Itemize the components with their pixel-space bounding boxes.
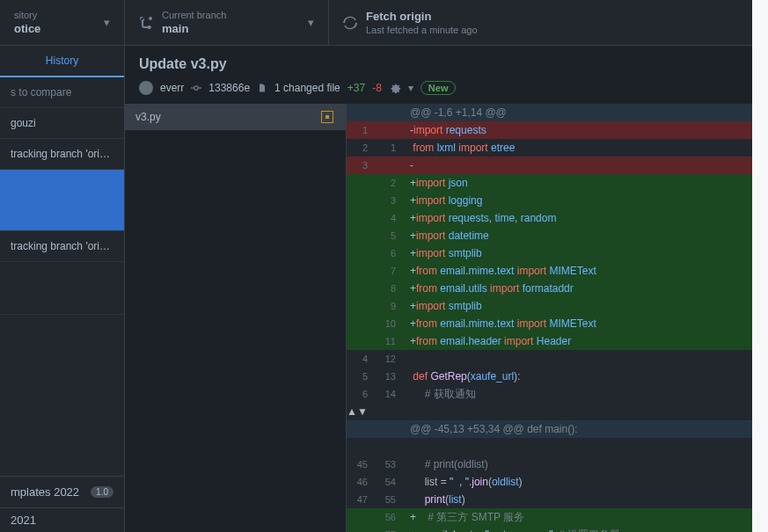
changed-files: 1 changed file [274, 82, 340, 94]
file-item[interactable]: v3.py [125, 104, 346, 130]
topbar: sitory otice ▾ Current branch main ▾ Fet… [0, 0, 768, 46]
branch-icon [139, 16, 153, 30]
new-badge[interactable]: New [421, 81, 457, 95]
diff-line: 4654 list = " , ".join(oldlist) [347, 473, 768, 491]
chevron-down-icon[interactable]: ▾ [408, 82, 413, 94]
templates-label: mplates [11, 485, 51, 499]
commit-item[interactable]: gouzi [0, 108, 124, 139]
diff-line: 6+import smtplib [347, 244, 768, 262]
svg-point-0 [194, 86, 199, 91]
chevron-down-icon: ▾ [86, 16, 110, 29]
diff-line: 9+import smtplib [347, 297, 768, 315]
branch-value: main [162, 22, 226, 35]
window-edge [752, 0, 768, 532]
fetch-label: Fetch origin [366, 10, 478, 23]
repo-selector[interactable]: sitory otice ▾ [0, 0, 125, 45]
sha: 133866e [208, 82, 250, 94]
compare-selector[interactable]: s to compare [0, 77, 124, 108]
templates-item[interactable]: mplates 2022 1.0 [0, 476, 124, 507]
year-item[interactable]: 2021 [0, 507, 124, 532]
commit-item[interactable]: tracking branch 'ori… [0, 139, 124, 170]
diff-line: 3- [347, 157, 768, 174]
diff-line: @@ -45,13 +53,34 @@ def main(): [347, 420, 768, 438]
diff-line: 3+import logging [347, 192, 768, 209]
diff-line: 10+from email.mime.text import MIMEText [347, 315, 768, 332]
file-list: v3.py [125, 104, 347, 532]
diff-line: 4+import requests, time, random [347, 209, 768, 227]
diff-line: 5+import datetime [347, 227, 768, 244]
commit-item-selected[interactable] [0, 170, 124, 231]
repo-value: otice [14, 22, 40, 35]
templates-year: 2022 [54, 485, 79, 499]
diff-line: 513 def GetRep(xaufe_url): [347, 368, 768, 385]
deletions: -8 [372, 82, 382, 94]
diff-line: @@ -1,6 +1,14 @@ [347, 104, 768, 121]
tab-history[interactable]: History [0, 46, 124, 77]
diff-line: 2+import json [347, 174, 768, 192]
version-badge: 1.0 [91, 486, 113, 498]
additions: +37 [347, 82, 365, 94]
file-name: v3.py [135, 111, 161, 123]
diff-line: 614 # 获取通知 [347, 385, 768, 403]
fetch-value: Last fetched a minute ago [366, 25, 478, 35]
diff-line [347, 438, 768, 455]
branch-selector[interactable]: Current branch main ▾ [125, 0, 329, 45]
modified-icon [321, 111, 333, 123]
diff-line: 56+ # 第三方 SMTP 服务 [347, 508, 768, 526]
diff-line: 412 [347, 350, 768, 368]
diff-line: 21 from lxml import etree [347, 139, 768, 157]
diff-view[interactable]: @@ -1,6 +1,14 @@1-import requests21 from… [347, 104, 768, 532]
commit-item[interactable] [0, 262, 124, 315]
diff-line: 4755 print(list) [347, 491, 768, 508]
sync-icon [343, 16, 357, 30]
diff-line: 1-import requests [347, 121, 768, 139]
commit-icon [191, 83, 201, 93]
repo-label: sitory [14, 10, 40, 20]
expand-hunk[interactable]: ▲▼ [347, 403, 768, 420]
avatar [139, 81, 153, 95]
gear-icon[interactable] [389, 82, 401, 94]
diff-line: 57+ mail_host = "smtp.qq.com" # 设置服务器 [347, 526, 768, 532]
author: everr [160, 82, 184, 94]
commit-title: Update v3.py [139, 56, 754, 72]
commit-header: Update v3.py [125, 46, 768, 77]
commit-item[interactable]: tracking branch 'ori… [0, 231, 124, 262]
branch-label: Current branch [162, 10, 226, 20]
sidebar: History s to compare gouzi tracking bran… [0, 46, 125, 532]
fetch-button[interactable]: Fetch origin Last fetched a minute ago [329, 0, 768, 45]
diff-line: 7+from email.mime.text import MIMEText [347, 262, 768, 280]
chevron-down-icon: ▾ [290, 16, 314, 29]
commit-meta: everr 133866e 1 changed file +37 -8 ▾ Ne… [125, 77, 768, 104]
diff-line: 11+from email.header import Header [347, 332, 768, 350]
diff-icon [257, 83, 267, 93]
diff-line: 4553 # print(oldlist) [347, 455, 768, 473]
diff-line: 8+from email.utils import formataddr [347, 280, 768, 297]
